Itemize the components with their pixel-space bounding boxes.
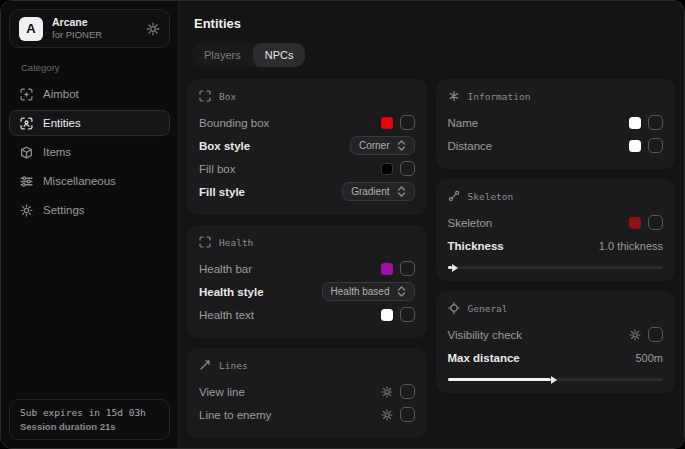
row-label: Max distance xyxy=(448,352,520,364)
line-to-enemy-settings-gear-icon[interactable] xyxy=(381,409,393,421)
fill-box-checkbox[interactable] xyxy=(400,161,415,176)
color-swatch[interactable] xyxy=(381,117,393,129)
slider-fill xyxy=(448,266,452,269)
distance-checkbox[interactable] xyxy=(648,138,663,153)
skeleton-checkbox[interactable] xyxy=(648,215,663,230)
chevron-up-down-icon xyxy=(397,140,406,151)
app-subtitle: for PIONER xyxy=(52,29,137,41)
skeleton-card: Skeleton Skeleton Thickness 1.0 thicknes… xyxy=(436,179,676,281)
thickness-slider[interactable] xyxy=(448,266,664,269)
color-swatch[interactable] xyxy=(629,140,641,152)
fill-box-row: Fill box xyxy=(199,157,415,180)
bounding-box-checkbox[interactable] xyxy=(400,115,415,130)
health-style-row: Health style Health based xyxy=(199,280,415,303)
color-swatch[interactable] xyxy=(629,217,641,229)
logo-card: A Arcane for PIONER xyxy=(9,9,170,48)
thickness-slider-handle[interactable] xyxy=(452,264,458,272)
entities-scan-icon xyxy=(20,117,33,130)
sidebar-item-items[interactable]: Items xyxy=(9,139,170,165)
color-swatch[interactable] xyxy=(381,263,393,275)
tab-npcs[interactable]: NPCs xyxy=(253,43,306,67)
row-label: Box style xyxy=(199,140,250,152)
fill-style-dropdown[interactable]: Gradient xyxy=(342,182,414,201)
lines-card: Lines View line xyxy=(187,348,427,438)
sidebar-item-label: Items xyxy=(43,146,71,158)
aimbot-scan-icon xyxy=(20,88,33,101)
health-bar-checkbox[interactable] xyxy=(400,261,415,276)
thickness-value: 1.0 thickness xyxy=(599,240,663,252)
row-label: Health bar xyxy=(199,263,252,275)
crosshair-icon xyxy=(448,302,460,314)
sidebar-item-settings[interactable]: Settings xyxy=(9,197,170,223)
sparkle-icon xyxy=(448,90,460,102)
card-title: General xyxy=(468,303,508,314)
sidebar-item-miscellaneous[interactable]: Miscellaneous xyxy=(9,168,170,194)
package-icon xyxy=(20,146,33,159)
max-distance-slider[interactable] xyxy=(448,378,664,381)
row-label: Line to enemy xyxy=(199,409,271,421)
health-scan-icon xyxy=(199,236,211,248)
health-text-checkbox[interactable] xyxy=(400,307,415,322)
app-window: A Arcane for PIONER Category Aimbot xyxy=(0,0,685,449)
row-label: Thickness xyxy=(448,240,504,252)
row-label: Health style xyxy=(199,286,264,298)
line-to-enemy-row: Line to enemy xyxy=(199,403,415,426)
main-panel: Entities Players NPCs Box xyxy=(179,1,684,448)
row-label: Fill box xyxy=(199,163,235,175)
fill-style-row: Fill style Gradient xyxy=(199,180,415,203)
bounding-box-row: Bounding box xyxy=(199,111,415,134)
diagonal-line-icon xyxy=(199,359,211,371)
general-card: General Visibility check xyxy=(436,291,676,393)
row-label: Bounding box xyxy=(199,117,269,129)
bone-icon xyxy=(448,190,460,202)
lines-card-header: Lines xyxy=(199,359,415,371)
health-card: Health Health bar Health style Health ba… xyxy=(187,225,427,338)
sidebar-item-entities[interactable]: Entities xyxy=(9,110,170,136)
box-card: Box Bounding box Box style Corner xyxy=(187,79,427,215)
session-duration-text: Session duration 21s xyxy=(20,421,159,432)
color-swatch[interactable] xyxy=(381,163,393,175)
card-title: Health xyxy=(219,237,253,248)
box-style-dropdown[interactable]: Corner xyxy=(350,136,415,155)
app-title: Arcane xyxy=(52,16,137,29)
slider-fill xyxy=(448,378,551,381)
max-distance-row: Max distance 500m xyxy=(448,346,664,369)
visibility-check-settings-gear-icon[interactable] xyxy=(629,329,641,341)
dropdown-value: Corner xyxy=(359,140,390,151)
sidebar: A Arcane for PIONER Category Aimbot xyxy=(1,1,179,448)
information-card-header: Information xyxy=(448,90,664,102)
information-card: Information Name Distance xyxy=(436,79,676,169)
card-title: Information xyxy=(468,91,531,102)
visibility-check-row: Visibility check xyxy=(448,323,664,346)
distance-row: Distance xyxy=(448,134,664,157)
sliders-icon xyxy=(20,175,33,188)
view-line-checkbox[interactable] xyxy=(400,384,415,399)
tab-players[interactable]: Players xyxy=(192,43,253,67)
line-to-enemy-checkbox[interactable] xyxy=(400,407,415,422)
color-swatch[interactable] xyxy=(629,117,641,129)
health-bar-row: Health bar xyxy=(199,257,415,280)
general-card-header: General xyxy=(448,302,664,314)
health-style-dropdown[interactable]: Health based xyxy=(322,282,415,301)
sub-expiry-text: Sub expires in 15d 03h xyxy=(20,407,159,418)
sidebar-item-aimbot[interactable]: Aimbot xyxy=(9,81,170,107)
box-card-header: Box xyxy=(199,90,415,102)
box-scan-icon xyxy=(199,90,211,102)
gear-icon[interactable] xyxy=(146,22,160,36)
thickness-row: Thickness 1.0 thickness xyxy=(448,234,664,257)
app-logo: A xyxy=(19,17,43,41)
max-distance-slider-handle[interactable] xyxy=(551,376,557,384)
color-swatch[interactable] xyxy=(381,309,393,321)
name-checkbox[interactable] xyxy=(648,115,663,130)
chevron-up-down-icon xyxy=(397,186,406,197)
category-label: Category xyxy=(21,62,170,73)
visibility-check-checkbox[interactable] xyxy=(648,327,663,342)
subscription-status-card: Sub expires in 15d 03h Session duration … xyxy=(9,399,170,440)
left-column: Box Bounding box Box style Corner xyxy=(187,79,427,438)
row-label: Distance xyxy=(448,140,493,152)
view-line-settings-gear-icon[interactable] xyxy=(381,386,393,398)
row-label: Name xyxy=(448,117,479,129)
view-line-row: View line xyxy=(199,380,415,403)
dropdown-value: Health based xyxy=(331,286,390,297)
health-card-header: Health xyxy=(199,236,415,248)
